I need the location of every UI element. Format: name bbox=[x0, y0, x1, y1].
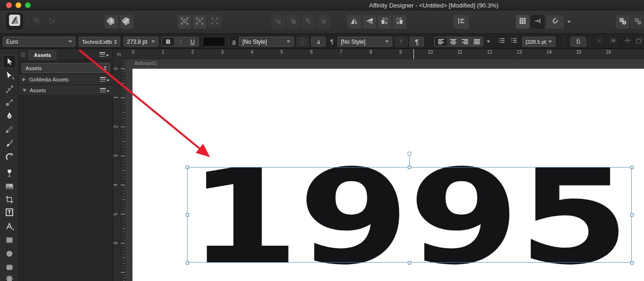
show-all-handles-button[interactable] bbox=[593, 36, 605, 47]
selection-handle[interactable] bbox=[186, 166, 189, 169]
selection-handle[interactable] bbox=[630, 261, 634, 265]
leading-select[interactable]: [328.5 pt] bbox=[522, 37, 555, 47]
paragraph-style-select[interactable]: [No Style] bbox=[338, 37, 392, 47]
ruler-units-label[interactable]: in bbox=[113, 49, 125, 59]
rounded-rectangle-tool[interactable] bbox=[3, 261, 16, 274]
assets-category-select[interactable]: Assets bbox=[22, 63, 110, 73]
font-variant-stepper[interactable]: TechnicExtBold bbox=[79, 37, 120, 47]
disclosure-collapsed-icon[interactable] bbox=[23, 78, 25, 81]
selection-handle[interactable] bbox=[630, 166, 634, 169]
selection-handle[interactable] bbox=[408, 261, 411, 265]
underline-button[interactable]: U bbox=[187, 37, 198, 46]
flip-vertical-button[interactable] bbox=[363, 15, 376, 29]
frame-text-tool[interactable] bbox=[3, 206, 16, 219]
ligatures-button[interactable]: fi bbox=[570, 37, 586, 47]
detach-character-style-button[interactable]: a bbox=[311, 37, 326, 47]
subtract-geometry-button[interactable] bbox=[631, 15, 644, 29]
designer-persona-button[interactable] bbox=[6, 13, 23, 30]
pencil-tool[interactable] bbox=[3, 123, 16, 136]
move-tool[interactable] bbox=[3, 55, 16, 68]
artistic-text-tool[interactable] bbox=[3, 220, 16, 233]
maximize-window-button[interactable] bbox=[25, 2, 31, 8]
selection-handle[interactable] bbox=[408, 166, 411, 169]
transform-mode-button[interactable] bbox=[635, 36, 644, 47]
panel-menu-button[interactable] bbox=[99, 52, 109, 56]
snapping-button[interactable] bbox=[546, 15, 564, 29]
group-menu-button[interactable] bbox=[100, 88, 109, 92]
rotate-counterclockwise-icon bbox=[380, 16, 389, 27]
assets-group-assets[interactable]: Assets bbox=[19, 85, 113, 96]
affinity-designer-logo-icon bbox=[8, 14, 21, 28]
rotate-counterclockwise-button[interactable] bbox=[378, 15, 391, 29]
show-text-decorations-button[interactable] bbox=[607, 36, 619, 47]
rectangle-tool[interactable] bbox=[3, 233, 16, 247]
export-share-button[interactable] bbox=[45, 15, 59, 29]
snapping-options-dropdown[interactable] bbox=[565, 15, 573, 29]
show-grid-button[interactable] bbox=[516, 15, 529, 29]
paragraph-alignment-group bbox=[434, 37, 483, 47]
transparency-tool[interactable] bbox=[3, 167, 16, 180]
snap-move-icon bbox=[533, 16, 542, 27]
align-center-button[interactable] bbox=[447, 37, 459, 46]
place-image-tool[interactable] bbox=[3, 180, 16, 193]
close-window-button[interactable] bbox=[6, 2, 12, 8]
transform-copy-icon bbox=[635, 36, 644, 47]
font-family-select[interactable]: Euro bbox=[3, 37, 75, 47]
move-by-whole-pixels-button[interactable] bbox=[531, 15, 545, 29]
panel-drag-grip-icon[interactable] bbox=[22, 52, 25, 57]
selection-bounds[interactable] bbox=[187, 167, 632, 263]
detach-paragraph-style-button[interactable]: ¶ bbox=[410, 37, 424, 47]
group-menu-button[interactable] bbox=[100, 77, 109, 81]
disclosure-expanded-icon[interactable] bbox=[23, 89, 26, 92]
italic-button[interactable]: I bbox=[174, 37, 186, 46]
minimize-window-button[interactable] bbox=[16, 2, 21, 8]
pixel-persona-button[interactable] bbox=[30, 15, 44, 29]
slice-persona-button[interactable] bbox=[120, 15, 133, 29]
update-paragraph-style-button[interactable]: ¶ bbox=[395, 37, 407, 47]
node-edit-tool[interactable] bbox=[3, 82, 16, 96]
add-geometry-button[interactable] bbox=[616, 15, 629, 29]
selection-handle[interactable] bbox=[630, 213, 634, 217]
flip-horizontal-button[interactable] bbox=[347, 15, 361, 29]
alignment-more-dropdown[interactable] bbox=[485, 36, 492, 47]
bullet-list-button[interactable] bbox=[496, 36, 507, 47]
align-justify-button[interactable] bbox=[471, 37, 483, 46]
move-to-back-button[interactable] bbox=[316, 15, 330, 29]
rotate-clockwise-button[interactable] bbox=[393, 15, 406, 29]
title-bar: Affinity Designer - <Untitled> [Modified… bbox=[0, 0, 644, 10]
insertion-behaviour-button[interactable] bbox=[621, 36, 634, 47]
node-select-icon bbox=[5, 71, 14, 80]
text-colour-swatch[interactable] bbox=[203, 37, 225, 47]
rotation-handle[interactable] bbox=[407, 152, 412, 156]
select-dense-grid-button[interactable] bbox=[193, 15, 206, 29]
h-ruler-number: 14 bbox=[546, 49, 552, 55]
vector-crop-tool[interactable] bbox=[3, 193, 16, 206]
alignment-button[interactable] bbox=[453, 15, 469, 29]
update-character-style-button[interactable]: a bbox=[296, 37, 309, 47]
pen-tool[interactable] bbox=[3, 109, 16, 122]
tab-assets[interactable]: Assets bbox=[28, 50, 57, 60]
numbered-list-button[interactable] bbox=[508, 36, 520, 47]
select-grid-mode-button[interactable] bbox=[178, 15, 191, 29]
font-size-select[interactable]: 273.8 pt bbox=[124, 37, 158, 47]
align-left-button[interactable] bbox=[435, 38, 447, 46]
assets-category-value: Assets bbox=[25, 65, 102, 71]
move-to-front-button[interactable] bbox=[286, 15, 300, 29]
character-style-select[interactable]: [No Style] bbox=[239, 37, 294, 47]
place-upload-button[interactable] bbox=[105, 15, 118, 29]
select-transform-mode-button[interactable] bbox=[208, 15, 222, 29]
move-backward-button[interactable] bbox=[301, 15, 315, 29]
move-forward-button[interactable] bbox=[271, 15, 285, 29]
bold-button[interactable]: B bbox=[162, 38, 174, 46]
vector-brush-tool[interactable] bbox=[3, 136, 16, 150]
star-tool[interactable] bbox=[3, 273, 16, 281]
assets-group-gomedia[interactable]: GoMedia Assets bbox=[19, 74, 113, 85]
selection-handle[interactable] bbox=[186, 213, 189, 217]
ellipse-tool[interactable] bbox=[3, 247, 16, 260]
fill-tool[interactable] bbox=[3, 150, 16, 163]
align-right-button[interactable] bbox=[459, 37, 471, 46]
node-select-tool[interactable] bbox=[3, 69, 16, 82]
selection-handle[interactable] bbox=[186, 261, 189, 265]
artboard-label[interactable]: Artboard1 bbox=[134, 60, 157, 66]
point-transform-tool[interactable] bbox=[3, 96, 16, 109]
